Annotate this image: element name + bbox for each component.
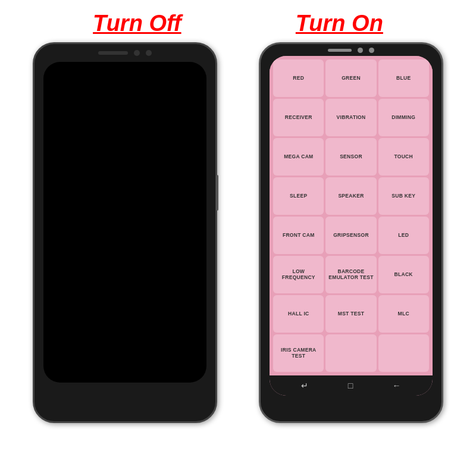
test-button[interactable]: MST TEST	[325, 295, 376, 333]
test-button[interactable]: FRONT CAM	[273, 217, 324, 254]
test-button[interactable]: LED	[378, 217, 429, 254]
home-nav-icon[interactable]: □	[348, 381, 353, 390]
test-button[interactable]: RED	[273, 60, 324, 97]
test-button[interactable]: GRIPSENSOR	[325, 217, 376, 254]
sensor-dot-left	[146, 50, 152, 56]
turn-on-title: Turn On	[296, 11, 383, 36]
test-button[interactable]: RECEIVER	[273, 99, 324, 136]
test-button[interactable]: GREEN	[325, 60, 376, 97]
pink-screen: REDGREENBLUERECEIVERVIBRATIONDIMMINGMEGA…	[270, 56, 433, 396]
test-button[interactable]: BLUE	[378, 60, 429, 97]
test-button[interactable]: IRIS CAMERA TEST	[273, 334, 324, 372]
speaker-bar-right	[328, 49, 352, 52]
test-button[interactable]	[325, 334, 376, 372]
test-button[interactable]: DIMMING	[378, 99, 429, 136]
back-nav-icon[interactable]: ↵	[301, 381, 308, 390]
test-button[interactable]: BLACK	[378, 256, 429, 293]
test-button[interactable]: SUB KEY	[378, 177, 429, 215]
speaker-bar-left	[98, 51, 128, 55]
phone-off	[33, 42, 217, 423]
test-button[interactable]: VIBRATION	[325, 99, 376, 136]
test-button[interactable]: LOW FREQUENCY	[273, 256, 324, 293]
sensor-dot-right	[369, 48, 374, 53]
test-button[interactable]: MLC	[378, 295, 429, 333]
test-button[interactable]	[378, 334, 429, 372]
test-button[interactable]: MEGA CAM	[273, 138, 324, 176]
black-screen	[43, 62, 206, 383]
test-button[interactable]: TOUCH	[378, 138, 429, 176]
camera-dot-right	[358, 48, 363, 53]
turn-off-title: Turn Off	[93, 11, 181, 36]
test-button[interactable]: SENSOR	[325, 138, 376, 176]
test-button[interactable]: BARCODE EMULATOR TEST	[325, 256, 376, 293]
phone-on: REDGREENBLUERECEIVERVIBRATIONDIMMINGMEGA…	[259, 42, 443, 423]
camera-dot-left	[134, 50, 140, 56]
notch-right	[328, 48, 374, 53]
side-button-left	[216, 175, 218, 211]
test-button[interactable]: HALL IC	[273, 295, 324, 333]
test-button-grid: REDGREENBLUERECEIVERVIBRATIONDIMMINGMEGA…	[270, 56, 433, 375]
recent-nav-icon[interactable]: ←	[393, 381, 401, 390]
header: Turn Off Turn On	[0, 0, 476, 42]
notch-left	[98, 50, 152, 56]
test-button[interactable]: SLEEP	[273, 177, 324, 215]
phones-container: REDGREENBLUERECEIVERVIBRATIONDIMMINGMEGA…	[0, 42, 476, 476]
test-button[interactable]: SPEAKER	[325, 177, 376, 215]
nav-bar: ↵ □ ←	[270, 375, 433, 396]
